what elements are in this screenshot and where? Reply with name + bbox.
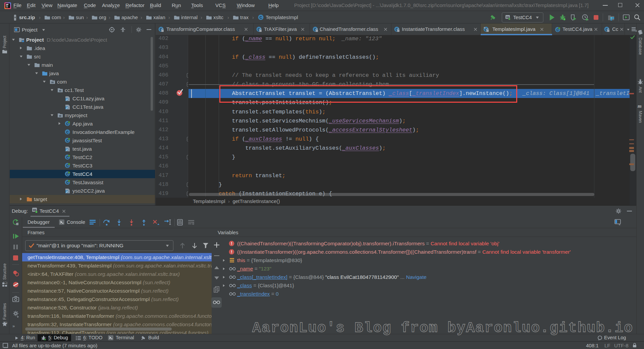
- svg-text:C: C: [66, 131, 68, 134]
- svg-text:!: !: [231, 241, 232, 246]
- svg-text:J: J: [66, 98, 67, 101]
- svg-text:4: 4: [635, 29, 637, 32]
- svg-text:J: J: [66, 106, 67, 109]
- svg-text:!: !: [231, 250, 232, 254]
- svg-text:C: C: [260, 15, 262, 19]
- svg-text:J: J: [66, 190, 67, 193]
- svg-text:J: J: [66, 148, 67, 151]
